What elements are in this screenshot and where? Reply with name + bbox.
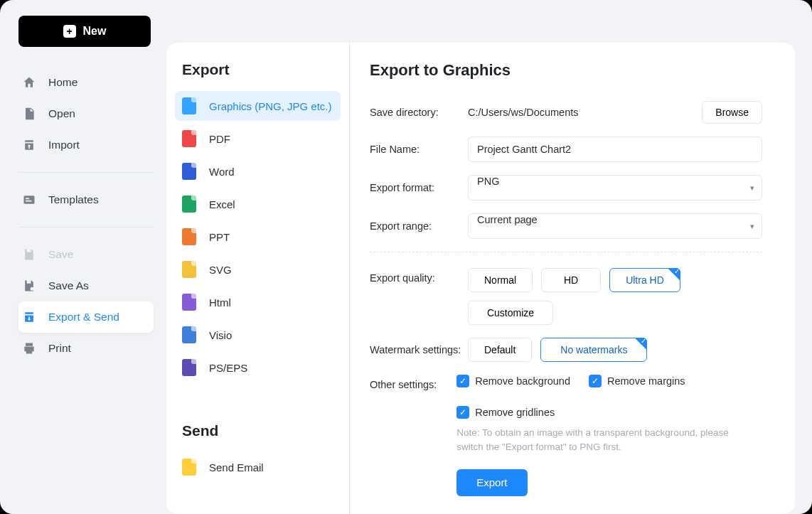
send-item-label: Send Email xyxy=(209,461,264,473)
export-item-label: SVG xyxy=(209,264,232,276)
sidebar-item-label: Open xyxy=(48,107,75,120)
note-text: Note: To obtain an image with a transpar… xyxy=(456,426,755,455)
remove-background-checkbox[interactable]: ✓Remove background xyxy=(456,375,570,387)
export-item-visio[interactable]: Visio xyxy=(175,320,341,350)
send-item-send-email[interactable]: Send Email xyxy=(175,452,341,482)
nav-separator xyxy=(18,227,154,227)
export-item-graphics-png-jpg-etc[interactable]: Graphics (PNG, JPG etc.) xyxy=(175,91,341,121)
label-export-quality: Export quality: xyxy=(370,268,468,284)
saveas-icon xyxy=(21,278,37,294)
file-type-icon xyxy=(182,459,196,476)
export-button[interactable]: Export xyxy=(456,469,527,496)
svg-rect-0 xyxy=(28,114,33,115)
export-item-pdf[interactable]: PDF xyxy=(175,124,341,154)
sidebar-item-import[interactable]: Import xyxy=(18,129,154,161)
sidebar-item-label: Import xyxy=(48,139,80,151)
export-item-word[interactable]: Word xyxy=(175,156,341,186)
page-title: Export to Graphics xyxy=(370,61,762,80)
other-checkbox-group: ✓Remove background ✓Remove margins ✓Remo… xyxy=(456,375,762,419)
sidebar-item-save-as[interactable]: Save As xyxy=(18,270,154,301)
home-icon xyxy=(21,75,37,90)
sidebar-item-open[interactable]: Open xyxy=(18,98,154,129)
sidebar-item-home[interactable]: Home xyxy=(18,67,154,98)
quality-segment: Normal HD Ultra HD xyxy=(468,268,680,292)
sidebar-item-label: Home xyxy=(48,76,78,89)
svg-rect-1 xyxy=(28,116,33,117)
export-item-excel[interactable]: Excel xyxy=(175,189,341,219)
row-watermark: Watermark settings: Default No watermark… xyxy=(370,338,762,362)
export-item-label: Excel xyxy=(209,198,235,210)
file-type-icon xyxy=(182,294,196,311)
open-icon xyxy=(21,106,37,122)
new-button[interactable]: + New xyxy=(18,16,151,47)
sidebar-item-save: Save xyxy=(18,239,154,270)
watermark-default-button[interactable]: Default xyxy=(468,338,532,362)
selected-check-icon xyxy=(634,338,647,350)
export-item-label: PPT xyxy=(209,231,230,243)
svg-rect-2 xyxy=(24,196,35,204)
sidebar-item-label: Save As xyxy=(48,279,89,292)
export-format-value: PNG xyxy=(477,176,499,187)
chevron-down-icon: ▾ xyxy=(750,183,754,193)
quality-normal-button[interactable]: Normal xyxy=(468,268,533,292)
file-type-icon xyxy=(182,359,196,376)
watermark-none-button[interactable]: No watermarks xyxy=(540,338,647,362)
row-save-directory: Save directory: C:/Users/ws/Documents Br… xyxy=(370,101,762,124)
export-item-svg[interactable]: SVG xyxy=(175,255,341,284)
sidebar-item-templates[interactable]: Templates xyxy=(18,184,154,215)
import-icon xyxy=(21,137,37,153)
sidebar-item-label: Templates xyxy=(48,193,99,206)
export-item-html[interactable]: Html xyxy=(175,287,341,317)
nav: HomeOpenImport Templates SaveSave AsExpo… xyxy=(18,67,154,364)
row-export-format: Export format: PNG ▾ xyxy=(370,175,762,200)
selected-check-icon xyxy=(668,268,680,281)
sidebar-item-print[interactable]: Print xyxy=(18,333,154,364)
export-format-select[interactable]: PNG ▾ xyxy=(468,175,762,200)
label-save-directory: Save directory: xyxy=(370,107,468,118)
file-type-icon xyxy=(182,97,196,114)
sidebar-item-export-send[interactable]: Export & Send xyxy=(18,301,154,333)
label-other-settings: Other settings: xyxy=(370,375,456,390)
divider xyxy=(370,252,762,252)
new-button-label: New xyxy=(83,25,107,38)
svg-rect-3 xyxy=(26,198,29,200)
export-icon xyxy=(21,309,37,325)
send-heading: Send xyxy=(166,422,349,452)
export-range-select[interactable]: Current page ▾ xyxy=(468,213,762,239)
browse-button[interactable]: Browse xyxy=(702,101,762,124)
checkbox-checked-icon: ✓ xyxy=(589,375,602,387)
label-export-format: Export format: xyxy=(370,182,468,193)
app-window: + New HomeOpenImport Templates SaveSave … xyxy=(0,0,812,514)
export-item-label: Html xyxy=(209,296,231,309)
export-type-list: Graphics (PNG, JPG etc.)PDFWordExcelPPTS… xyxy=(166,91,349,382)
svg-rect-4 xyxy=(26,200,31,202)
row-export-range: Export range: Current page ▾ xyxy=(370,213,762,239)
label-watermark: Watermark settings: xyxy=(370,344,468,355)
row-other-settings: Other settings: ✓Remove background ✓Remo… xyxy=(370,375,762,496)
quality-customize-button[interactable]: Customize xyxy=(468,301,553,325)
export-item-label: Word xyxy=(209,166,235,178)
quality-ultrahd-button[interactable]: Ultra HD xyxy=(609,268,680,292)
file-name-input[interactable] xyxy=(468,136,762,162)
remove-gridlines-checkbox[interactable]: ✓Remove gridlines xyxy=(456,406,555,419)
nav-separator xyxy=(18,172,154,173)
export-type-panel: Export Graphics (PNG, JPG etc.)PDFWordEx… xyxy=(166,43,350,514)
file-type-icon xyxy=(182,130,196,147)
export-item-ppt[interactable]: PPT xyxy=(175,222,341,252)
checkbox-checked-icon: ✓ xyxy=(456,406,469,419)
row-file-name: File Name: xyxy=(370,136,762,162)
export-item-label: PDF xyxy=(209,133,230,145)
label-export-range: Export range: xyxy=(370,220,468,232)
sidebar-item-label: Save xyxy=(48,248,73,261)
chevron-down-icon: ▾ xyxy=(750,222,754,231)
file-type-icon xyxy=(182,261,196,278)
value-save-directory: C:/Users/ws/Documents xyxy=(468,107,579,118)
export-item-ps-eps[interactable]: PS/EPS xyxy=(175,353,341,382)
remove-margins-checkbox[interactable]: ✓Remove margins xyxy=(589,375,685,387)
quality-hd-button[interactable]: HD xyxy=(541,268,601,292)
file-type-icon xyxy=(182,326,196,343)
export-item-label: Graphics (PNG, JPG etc.) xyxy=(209,100,332,112)
templates-icon xyxy=(21,192,37,208)
checkbox-checked-icon: ✓ xyxy=(456,375,469,387)
export-settings-panel: Export to Graphics Save directory: C:/Us… xyxy=(350,43,795,514)
